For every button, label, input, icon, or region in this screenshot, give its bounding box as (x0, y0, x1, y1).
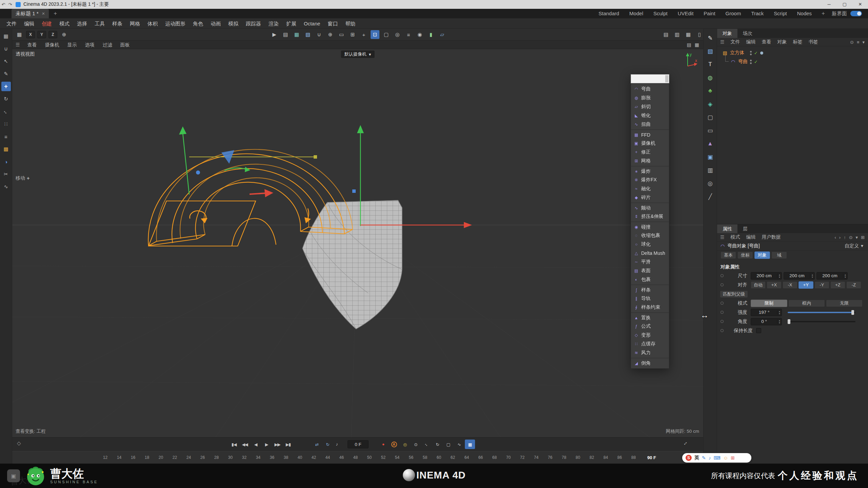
menubar-item-create[interactable]: 创建 (38, 18, 56, 29)
am-dropdown-icon[interactable]: ▾ (856, 235, 858, 240)
lasso-tool[interactable]: ∪ (1, 44, 11, 54)
coordinate-system-icon[interactable]: ⊕ (60, 30, 68, 39)
menubar-item-mesh[interactable]: 网格 (126, 18, 144, 29)
deformer-item-bend[interactable]: ◠ 弯曲 (631, 85, 669, 94)
workspace-nodes[interactable]: Nodes (792, 9, 817, 18)
maximize-button[interactable]: ▢ (837, 0, 852, 9)
render-view-button[interactable]: ▶ (270, 30, 279, 39)
deformer-item-mesh[interactable]: ⊞ 网格 (631, 157, 669, 165)
tank-object-icon[interactable]: ▭ (705, 125, 715, 136)
om-filter-icon[interactable]: ≡ (857, 39, 860, 45)
polygons-mode-button[interactable]: ▩ (1, 144, 11, 154)
slider-handle[interactable] (851, 310, 854, 315)
keep-length-checkbox[interactable] (756, 328, 761, 333)
am-menu-mode[interactable]: 模式 (728, 234, 743, 240)
vegetation-object-icon[interactable]: ♣ (705, 86, 715, 96)
prev-key-button[interactable]: ◀◀ (240, 440, 250, 449)
deformer-item-squash-stretch[interactable]: ⇕ 挤压&伸展 (631, 212, 669, 221)
annotation-pen-icon[interactable]: ╱ (705, 191, 715, 202)
viewport-solo-icon[interactable]: ◎ (393, 30, 402, 39)
sogou-logo-icon[interactable]: S (686, 455, 692, 461)
deformer-item-bulge[interactable]: ◍ 膨胀 (631, 94, 669, 102)
deformer-item-spherify[interactable]: ○ 球化 (631, 240, 669, 249)
magnet-icon[interactable]: ∪ (315, 30, 323, 39)
nav-forward-icon[interactable]: ↷ (7, 2, 14, 7)
am-tab-object[interactable]: 对象 (754, 251, 770, 259)
menubar-item-octane[interactable]: Octane (300, 18, 324, 29)
menubar-item-character[interactable]: 角色 (189, 18, 207, 29)
preset-dropdown[interactable]: 自定义▾ (845, 243, 868, 249)
deformer-item-shear[interactable]: ▱ 斜切 (631, 102, 669, 111)
menubar-item-mograph[interactable]: 运动图形 (161, 18, 189, 29)
object-row-cube[interactable]: ▧ 立方体 ✓ (717, 48, 868, 57)
minimize-button[interactable]: ─ (821, 0, 837, 9)
deformer-item-bevel[interactable]: ◢ 倒角 (631, 358, 669, 367)
viewport-split-icon[interactable]: ▦ (695, 42, 699, 47)
record-pla-toggle[interactable]: ∿ (454, 440, 464, 449)
vp-menu-cameras[interactable]: 摄像机 (41, 41, 63, 49)
sogou-voice-icon[interactable]: ♪ (709, 455, 711, 461)
object-row-bend[interactable]: ◠ 弯曲 ✓ (717, 57, 868, 66)
anim-toggle-icon[interactable] (721, 311, 724, 314)
sogou-pen-icon[interactable]: ✎ (702, 455, 706, 461)
menubar-item-edit[interactable]: 编辑 (20, 18, 38, 29)
vp-menu-filter[interactable]: 过滤 (99, 41, 116, 49)
align-neg-z[interactable]: -Z (846, 281, 861, 289)
align-pos-x[interactable]: +X (767, 281, 782, 289)
anim-toggle-icon[interactable] (721, 274, 724, 277)
content-browser-icon[interactable]: ▦ (15, 30, 24, 39)
layout-quad-icon[interactable]: ▦ (684, 30, 693, 39)
goto-start-button[interactable]: ▮◀ (229, 440, 239, 449)
spinner-icon[interactable]: ▴▾ (777, 273, 782, 278)
deformer-item-wrap[interactable]: ◐ 包裹 (631, 275, 669, 284)
vp-menu-options[interactable]: 选项 (81, 41, 99, 49)
knife-tool[interactable]: ✂ (1, 169, 11, 179)
move-tool[interactable]: + (1, 82, 11, 91)
enabled-check-icon[interactable]: ✓ (754, 50, 758, 56)
anim-toggle-icon[interactable] (721, 329, 724, 332)
deformer-item-camera[interactable]: ▣ 摄像机 (631, 139, 669, 148)
deformer-item-displacer[interactable]: ▲ 置换 (631, 312, 669, 322)
deformer-item-melt[interactable]: ≈ 融化 (631, 184, 669, 193)
menubar-item-render[interactable]: 渲染 (265, 18, 282, 29)
menubar-item-extensions[interactable]: 扩展 (282, 18, 300, 29)
lock-z-button[interactable]: Z (48, 31, 57, 38)
workplane-icon[interactable]: ▭ (337, 30, 346, 39)
om-menu-objects[interactable]: 对象 (774, 39, 790, 45)
am-grid-icon[interactable]: ⊞ (861, 235, 865, 240)
pen-tool[interactable]: ✎ (1, 69, 11, 79)
anim-toggle-icon[interactable] (721, 320, 724, 323)
deformer-item-taper[interactable]: ◣ 锥化 (631, 111, 669, 120)
am-tab-basic[interactable]: 基本 (721, 251, 736, 259)
visibility-dots[interactable] (750, 60, 752, 64)
record-scale-toggle[interactable]: ↔ (421, 440, 432, 449)
options-icon[interactable]: ◉ (415, 30, 424, 39)
layout-single-icon[interactable]: ▤ (662, 30, 670, 39)
deformer-item-smoothing[interactable]: ∼ 平滑 (631, 258, 669, 266)
align-auto[interactable]: 自动 (751, 281, 766, 289)
goto-end-button[interactable]: ▶▮ (283, 440, 293, 449)
deformer-item-rail[interactable]: ∥ 导轨 (631, 294, 669, 303)
keyframe-marker-icon[interactable]: ◇ (17, 440, 21, 446)
modeling-axis-icon[interactable]: ⊕ (326, 30, 335, 39)
material-manager-icon[interactable]: ▥ (705, 165, 715, 175)
mograph-object-icon[interactable]: ◈ (705, 99, 715, 109)
lock-y-button[interactable]: Y (37, 31, 46, 38)
axis-lock-icon[interactable]: + (359, 30, 368, 39)
deformer-item-jiggle[interactable]: ∿ 颤动 (631, 203, 669, 212)
3d-scene[interactable] (12, 49, 703, 437)
viewport-canvas[interactable]: 透视视图 默认摄像机 ▾ 移动+ y x 查看变换: 工程 网格间距: 50 c… (12, 49, 703, 437)
menubar-item-spline[interactable]: 样条 (108, 18, 126, 29)
workspace-model[interactable]: Model (624, 9, 648, 18)
landscape-object-icon[interactable]: ▲ (705, 139, 715, 149)
am-search-icon[interactable]: ⊙ (849, 235, 853, 240)
sculpt-tool[interactable]: ∿ (1, 182, 11, 191)
snapshot-button[interactable]: ▦ (465, 440, 475, 449)
deformer-item-shatter[interactable]: ◆ 碎片 (631, 193, 669, 202)
align-neg-x[interactable]: -X (783, 281, 797, 289)
document-tab[interactable]: 未标题 1 * × (12, 9, 49, 18)
size-input[interactable]: 200 cm ▴▾ (816, 272, 848, 280)
workspace-groom[interactable]: Groom (721, 9, 746, 18)
deformer-item-formula[interactable]: ƒ 公式 (631, 322, 669, 331)
lock-x-button[interactable]: X (26, 31, 35, 38)
